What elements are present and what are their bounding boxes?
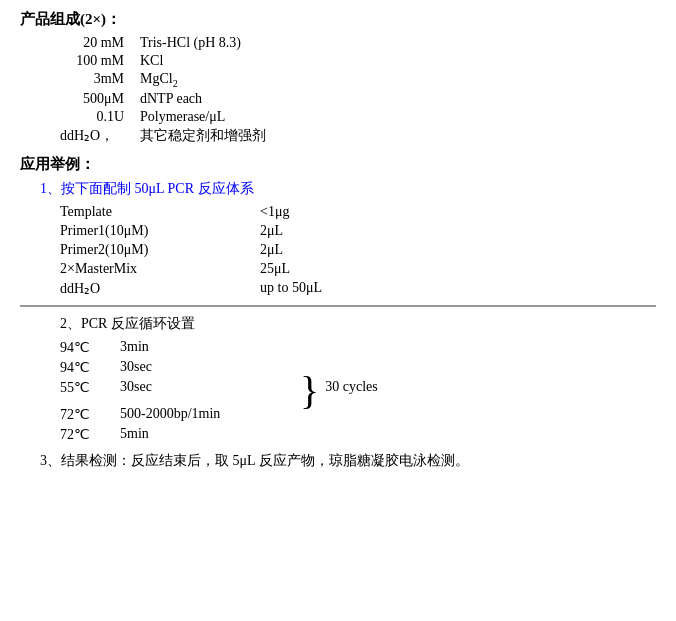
bracket-group: 94℃ 30sec 55℃ 30sec } 30 cycles 72℃ 500-… <box>60 359 378 423</box>
comp-name-3: MgCl2 <box>140 71 656 89</box>
cycle-time-1: 3min <box>120 339 280 356</box>
pcr-label-template: Template <box>60 204 260 220</box>
pcr-label-primer1: Primer1(10μM) <box>60 223 260 239</box>
cycle-temp-3: 55℃ <box>60 379 120 403</box>
section-divider <box>20 305 656 307</box>
pcr-table: Template <1μg Primer1(10μM) 2μL Primer2(… <box>20 204 656 297</box>
comp-row-3: 3mM MgCl2 <box>20 71 656 89</box>
comp-amount-6: ddH₂O， <box>60 127 140 145</box>
comp-name-4: dNTP each <box>140 91 656 107</box>
comp-row-4: 500μM dNTP each <box>20 91 656 107</box>
cycle-temp-4: 72℃ <box>60 406 120 423</box>
cycle-row-1: 94℃ 3min <box>60 339 378 356</box>
cycle-row-3: 55℃ 30sec } 30 cycles <box>60 379 378 403</box>
cycle-table-wrapper: 94℃ 3min 94℃ 30sec 55℃ 30sec } 30 cycles… <box>60 339 378 446</box>
cycle-time-3: 30sec <box>120 379 280 403</box>
cycle-row-2: 94℃ 30sec <box>60 359 378 376</box>
comp-name-2: KCl <box>140 53 656 69</box>
comp-name-1: Tris-HCl (pH 8.3) <box>140 35 656 51</box>
step1-label: 1、按下面配制 50μL PCR 反应体系 <box>20 180 656 198</box>
cycle-temp-5: 72℃ <box>60 426 120 443</box>
pcr-label-mastermix: 2×MasterMix <box>60 261 260 277</box>
cycle-time-5: 5min <box>120 426 280 443</box>
step2-label: 2、PCR 反应循环设置 <box>60 315 656 333</box>
pcr-row-ddh2o: ddH₂O up to 50μL <box>60 280 656 297</box>
comp-amount-1: 20 mM <box>60 35 140 51</box>
pcr-row-mastermix: 2×MasterMix 25μL <box>60 261 656 277</box>
cycle-temp-2: 94℃ <box>60 359 120 376</box>
comp-row-6: ddH₂O， 其它稳定剂和增强剂 <box>20 127 656 145</box>
application-section: 应用举例： 1、按下面配制 50μL PCR 反应体系 Template <1μ… <box>20 155 656 470</box>
cycle-row-5: 72℃ 5min <box>60 426 378 443</box>
application-title: 应用举例： <box>20 155 656 174</box>
comp-row-2: 100 mM KCl <box>20 53 656 69</box>
pcr-row-template: Template <1μg <box>60 204 656 220</box>
comp-amount-2: 100 mM <box>60 53 140 69</box>
cycle-row-4: 72℃ 500-2000bp/1min <box>60 406 378 423</box>
pcr-row-primer1: Primer1(10μM) 2μL <box>60 223 656 239</box>
pcr-row-primer2: Primer2(10μM) 2μL <box>60 242 656 258</box>
cycle-time-4: 500-2000bp/1min <box>120 406 280 423</box>
comp-row-1: 20 mM Tris-HCl (pH 8.3) <box>20 35 656 51</box>
comp-name-5: Polymerase/μL <box>140 109 656 125</box>
comp-name-6: 其它稳定剂和增强剂 <box>140 127 656 145</box>
comp-amount-4: 500μM <box>60 91 140 107</box>
bracket-symbol: } <box>300 379 319 403</box>
cycles-label: 30 cycles <box>325 379 377 403</box>
step3-label: 3、结果检测：反应结束后，取 5μL 反应产物，琼脂糖凝胶电泳检测。 <box>20 452 656 470</box>
pcr-value-primer1: 2μL <box>260 223 380 239</box>
pcr-value-mastermix: 25μL <box>260 261 380 277</box>
comp-row-5: 0.1U Polymerase/μL <box>20 109 656 125</box>
comp-amount-3: 3mM <box>60 71 140 89</box>
pcr-value-template: <1μg <box>260 204 380 220</box>
pcr-label-primer2: Primer2(10μM) <box>60 242 260 258</box>
comp-amount-5: 0.1U <box>60 109 140 125</box>
pcr-value-ddh2o: up to 50μL <box>260 280 380 297</box>
cycle-temp-1: 94℃ <box>60 339 120 356</box>
composition-title: 产品组成(2×)： <box>20 10 656 29</box>
pcr-label-ddh2o: ddH₂O <box>60 280 260 297</box>
cycle-section: 2、PCR 反应循环设置 94℃ 3min 94℃ 30sec 55℃ 30se… <box>20 315 656 446</box>
cycle-time-2: 30sec <box>120 359 280 376</box>
composition-section: 产品组成(2×)： 20 mM Tris-HCl (pH 8.3) 100 mM… <box>20 10 656 145</box>
pcr-value-primer2: 2μL <box>260 242 380 258</box>
